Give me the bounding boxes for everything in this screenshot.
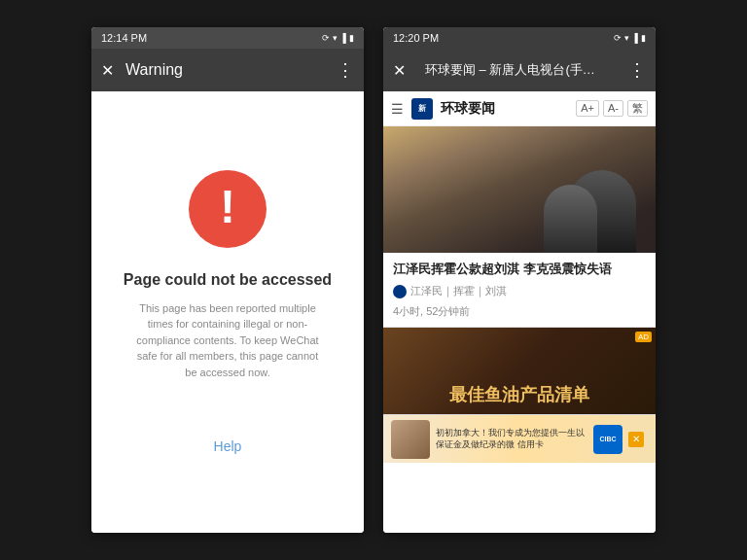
warning-icon-circle: ! — [189, 170, 267, 248]
article-meta: 江泽民｜挥霍｜刘淇 — [383, 284, 656, 304]
signal-icon-right: ▐ — [632, 33, 638, 43]
font-smaller-button[interactable]: A- — [603, 100, 623, 117]
warning-title: Page could not be accessed — [124, 271, 332, 289]
left-status-icons: ⟳ ▾ ▐ ▮ — [322, 33, 354, 43]
toolbar-title: Warning — [125, 61, 337, 79]
right-status-icons: ⟳ ▾ ▐ ▮ — [614, 33, 646, 43]
bottom-advertisement: 初初加拿大！我们专成为您提供一生以保证金及做纪录的微 信用卡 CIBC ✕ — [383, 414, 656, 463]
news-logo-text: 新 — [418, 103, 426, 114]
hamburger-button[interactable]: ☰ — [391, 101, 404, 117]
bottom-ad-image — [391, 420, 430, 459]
help-link[interactable]: Help — [214, 438, 242, 454]
bottom-ad-logo: CIBC — [593, 425, 622, 454]
ad-text: 最佳鱼油产品清单 — [383, 375, 656, 414]
article-title: 江泽民挥霍公款超刘淇 李克强震惊失语 — [383, 253, 656, 284]
warning-description: This page has been reported multiple tim… — [130, 300, 325, 381]
right-phone: 12:20 PM ⟳ ▾ ▐ ▮ ✕ 环球要闻 – 新唐人电视台(手… ⋮ ☰ … — [383, 27, 656, 533]
bottom-ad-logo-text: CIBC — [599, 436, 616, 442]
wifi-icon: ▾ — [333, 33, 338, 43]
article-time: 4小时, 52分钟前 — [383, 304, 656, 327]
font-controls: A+ A- 繁 — [576, 100, 648, 117]
warning-content: ! Page could not be accessed This page h… — [91, 91, 364, 533]
close-icon: ✕ — [632, 434, 640, 444]
right-close-button[interactable]: ✕ — [393, 61, 406, 80]
ad-badge: AD — [635, 332, 652, 342]
advertisement-banner[interactable]: AD 最佳鱼油产品清单 — [383, 327, 656, 414]
font-larger-button[interactable]: A+ — [576, 100, 599, 117]
sync-icon: ⟳ — [322, 33, 330, 43]
meta-logo-icon — [393, 285, 407, 298]
close-button[interactable]: ✕ — [101, 61, 114, 80]
signal-icon: ▐ — [340, 33, 346, 43]
sync-icon-right: ⟳ — [614, 33, 622, 43]
bottom-ad-close-button[interactable]: ✕ — [628, 432, 644, 447]
bottom-ad-text: 初初加拿大！我们专成为您提供一生以保证金及做纪录的微 信用卡 — [436, 428, 587, 450]
news-header-bar: ☰ 新 环球要闻 A+ A- 繁 — [383, 91, 656, 126]
wifi-icon-right: ▾ — [624, 33, 629, 43]
news-logo: 新 — [411, 98, 433, 120]
bottom-ad-inner: 初初加拿大！我们专成为您提供一生以保证金及做纪录的微 信用卡 CIBC ✕ — [383, 415, 656, 463]
exclamation-icon: ! — [220, 184, 235, 230]
battery-icon-right: ▮ — [641, 33, 646, 43]
news-content: ☰ 新 环球要闻 A+ A- 繁 江泽民挥霍公款超刘淇 李克强震惊失语 — [383, 91, 656, 533]
left-status-bar: 12:14 PM ⟳ ▾ ▐ ▮ — [91, 27, 364, 49]
right-toolbar: ✕ 环球要闻 – 新唐人电视台(手… ⋮ — [383, 49, 656, 91]
news-article-image — [383, 126, 656, 253]
right-more-button[interactable]: ⋮ — [628, 59, 646, 81]
right-status-bar: 12:20 PM ⟳ ▾ ▐ ▮ — [383, 27, 656, 49]
article-tags: 江泽民｜挥霍｜刘淇 — [410, 284, 507, 298]
right-time: 12:20 PM — [393, 32, 439, 44]
screenshot-container: 12:14 PM ⟳ ▾ ▐ ▮ ✕ Warning ⋮ ! Page coul… — [0, 0, 747, 560]
more-button[interactable]: ⋮ — [337, 59, 354, 81]
person-figure-2 — [544, 185, 597, 253]
font-toggle-button[interactable]: 繁 — [627, 100, 648, 117]
battery-icon: ▮ — [349, 33, 354, 43]
left-time: 12:14 PM — [101, 32, 147, 44]
right-toolbar-title: 环球要闻 – 新唐人电视台(手… — [425, 61, 628, 79]
left-phone: 12:14 PM ⟳ ▾ ▐ ▮ ✕ Warning ⋮ ! Page coul… — [91, 27, 364, 533]
news-site-title: 环球要闻 — [441, 100, 568, 118]
left-toolbar: ✕ Warning ⋮ — [91, 49, 364, 91]
